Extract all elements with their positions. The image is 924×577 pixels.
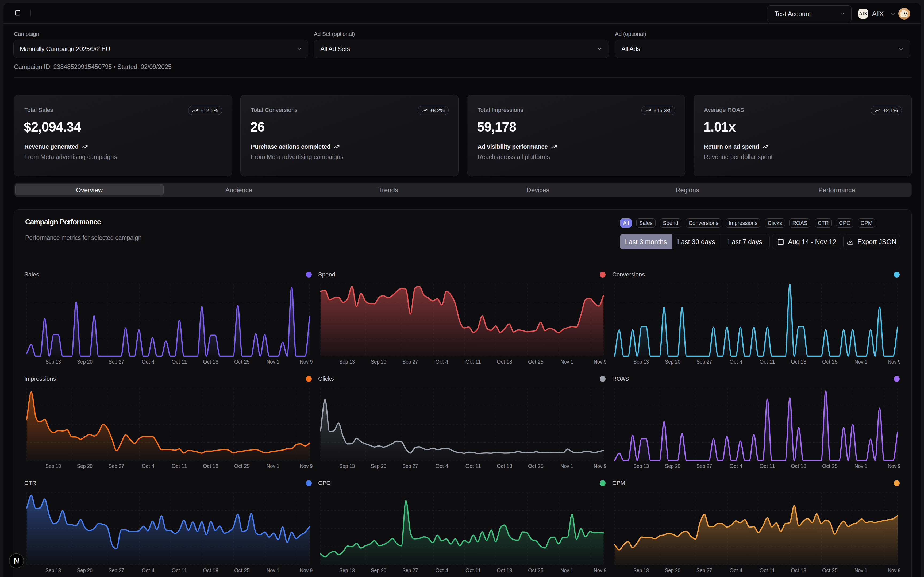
svg-text:Sep 13: Sep 13 [339, 463, 355, 469]
svg-text:Oct 4: Oct 4 [730, 567, 742, 573]
svg-text:Nov 9: Nov 9 [594, 567, 607, 573]
svg-text:Sep 27: Sep 27 [697, 567, 712, 573]
svg-text:Oct 18: Oct 18 [497, 463, 512, 469]
svg-text:Nov 1: Nov 1 [855, 463, 867, 469]
svg-text:Oct 11: Oct 11 [172, 567, 187, 573]
svg-text:Oct 4: Oct 4 [436, 463, 448, 469]
svg-text:Oct 11: Oct 11 [465, 463, 481, 469]
svg-text:Sep 27: Sep 27 [697, 359, 712, 365]
svg-text:Nov 9: Nov 9 [888, 567, 901, 573]
svg-text:Sep 27: Sep 27 [402, 567, 418, 573]
svg-text:Nov 1: Nov 1 [267, 463, 279, 469]
svg-text:Sep 13: Sep 13 [339, 567, 355, 573]
svg-text:Sep 27: Sep 27 [402, 463, 418, 469]
svg-text:Oct 18: Oct 18 [791, 567, 806, 573]
svg-text:Oct 11: Oct 11 [465, 359, 481, 365]
svg-text:Oct 4: Oct 4 [142, 463, 155, 469]
svg-text:Oct 25: Oct 25 [234, 463, 250, 469]
svg-text:Oct 25: Oct 25 [528, 463, 544, 469]
svg-text:Nov 9: Nov 9 [594, 359, 607, 365]
svg-text:Sep 27: Sep 27 [109, 567, 124, 573]
svg-text:Sep 13: Sep 13 [45, 463, 61, 469]
svg-text:Sep 27: Sep 27 [109, 359, 124, 365]
svg-text:Nov 1: Nov 1 [560, 567, 573, 573]
svg-text:Oct 18: Oct 18 [791, 463, 806, 469]
svg-text:Nov 9: Nov 9 [594, 463, 607, 469]
svg-text:Oct 4: Oct 4 [142, 567, 155, 573]
svg-text:Oct 4: Oct 4 [436, 359, 448, 365]
svg-text:Oct 11: Oct 11 [172, 463, 187, 469]
svg-text:Sep 13: Sep 13 [633, 463, 649, 469]
svg-text:Sep 13: Sep 13 [633, 567, 649, 573]
svg-text:Nov 1: Nov 1 [267, 359, 279, 365]
svg-text:Oct 25: Oct 25 [528, 359, 544, 365]
svg-text:Nov 9: Nov 9 [888, 359, 901, 365]
svg-text:Oct 11: Oct 11 [760, 359, 775, 365]
svg-text:Nov 9: Nov 9 [888, 463, 901, 469]
svg-text:Sep 20: Sep 20 [371, 463, 386, 469]
svg-text:Oct 18: Oct 18 [203, 567, 219, 573]
svg-text:Sep 20: Sep 20 [77, 463, 92, 469]
svg-text:Sep 13: Sep 13 [45, 567, 61, 573]
svg-text:Oct 25: Oct 25 [822, 463, 838, 469]
svg-text:Sep 20: Sep 20 [665, 567, 681, 573]
svg-text:Oct 11: Oct 11 [760, 567, 775, 573]
svg-text:Sep 13: Sep 13 [633, 359, 649, 365]
svg-text:Sep 20: Sep 20 [665, 359, 681, 365]
svg-text:Oct 25: Oct 25 [234, 359, 250, 365]
svg-text:Oct 18: Oct 18 [497, 359, 512, 365]
svg-text:Oct 25: Oct 25 [822, 359, 838, 365]
svg-text:Oct 4: Oct 4 [730, 463, 742, 469]
svg-text:Sep 13: Sep 13 [45, 359, 61, 365]
svg-text:Nov 9: Nov 9 [300, 463, 313, 469]
svg-text:Sep 20: Sep 20 [665, 463, 681, 469]
svg-text:Oct 25: Oct 25 [528, 567, 544, 573]
svg-text:Oct 11: Oct 11 [172, 359, 187, 365]
svg-text:Sep 20: Sep 20 [77, 567, 92, 573]
svg-text:Nov 1: Nov 1 [560, 463, 573, 469]
svg-text:Sep 20: Sep 20 [371, 567, 386, 573]
svg-text:Nov 9: Nov 9 [300, 567, 313, 573]
svg-text:Oct 11: Oct 11 [760, 463, 775, 469]
svg-text:Oct 18: Oct 18 [791, 359, 806, 365]
svg-text:Nov 1: Nov 1 [560, 359, 573, 365]
svg-text:Oct 4: Oct 4 [142, 359, 155, 365]
svg-text:Sep 13: Sep 13 [339, 359, 355, 365]
svg-text:Oct 18: Oct 18 [203, 463, 219, 469]
svg-text:Nov 1: Nov 1 [267, 567, 279, 573]
svg-text:Oct 25: Oct 25 [234, 567, 250, 573]
svg-text:Nov 9: Nov 9 [300, 359, 313, 365]
svg-text:Sep 27: Sep 27 [402, 359, 418, 365]
svg-text:Oct 4: Oct 4 [730, 359, 742, 365]
svg-text:Oct 18: Oct 18 [203, 359, 219, 365]
svg-text:Sep 27: Sep 27 [109, 463, 124, 469]
svg-text:Oct 25: Oct 25 [822, 567, 838, 573]
svg-text:Oct 18: Oct 18 [497, 567, 512, 573]
svg-text:Sep 27: Sep 27 [697, 463, 712, 469]
svg-text:Sep 20: Sep 20 [77, 359, 92, 365]
svg-text:Sep 20: Sep 20 [371, 359, 386, 365]
svg-text:Oct 4: Oct 4 [436, 567, 448, 573]
svg-text:Oct 11: Oct 11 [465, 567, 481, 573]
svg-text:Nov 1: Nov 1 [855, 567, 867, 573]
svg-text:Nov 1: Nov 1 [855, 359, 867, 365]
